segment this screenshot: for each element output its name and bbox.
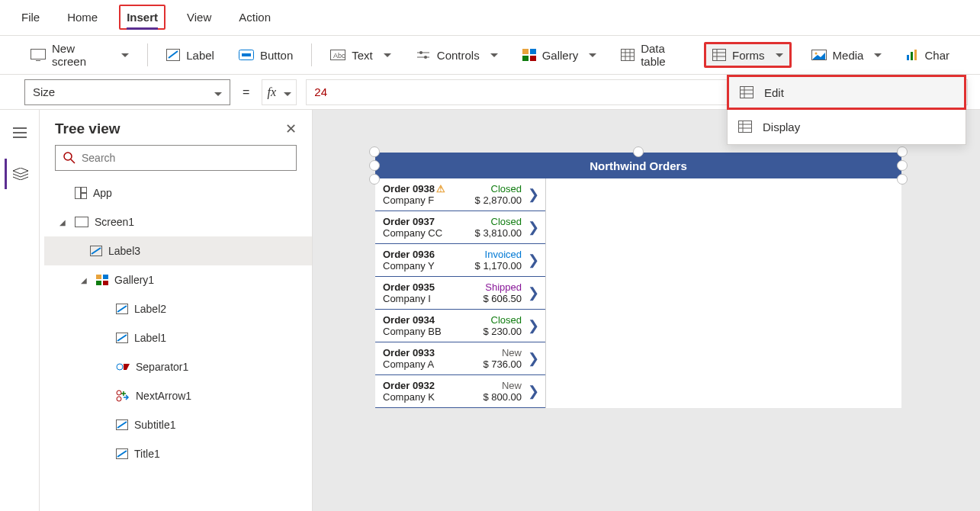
menu-view[interactable]: View — [181, 6, 217, 28]
app-title-bar[interactable]: Northwind Orders — [375, 153, 901, 178]
order-title: Order 0935 — [383, 281, 451, 293]
controls-button[interactable]: Controls — [411, 42, 503, 68]
svg-point-11 — [424, 56, 427, 59]
order-title: Order 0937 — [383, 216, 451, 227]
media-button[interactable]: Media — [807, 42, 887, 68]
svg-rect-21 — [713, 50, 726, 61]
forms-menu-edit[interactable]: Edit — [727, 75, 966, 110]
selection-handle[interactable] — [369, 174, 380, 185]
chevron-right-icon[interactable]: ❯ — [525, 252, 542, 268]
chart-button-label: Char — [924, 49, 949, 62]
menu-action[interactable]: Action — [233, 6, 277, 28]
tree-node-nextarrow1[interactable]: NextArrow1 — [44, 381, 312, 410]
button-button[interactable]: Button — [234, 42, 297, 68]
nextarrow-icon — [116, 390, 130, 402]
forms-menu-edit-label: Edit — [764, 86, 784, 99]
svg-rect-16 — [622, 50, 635, 61]
tree-node-gallery1[interactable]: ◢ Gallery1 — [44, 265, 312, 294]
text-button-label: Text — [352, 49, 373, 62]
separator-icon — [116, 362, 130, 372]
main-area: Tree view ✕ App ◢ Screen1 Label3 — [0, 110, 980, 511]
forms-button[interactable]: Forms — [704, 42, 792, 68]
button-icon — [239, 50, 254, 60]
tree-node-label1[interactable]: Label1 — [44, 323, 312, 352]
tree-node-title1[interactable]: Title1 — [44, 439, 312, 468]
data-table-icon — [621, 49, 635, 61]
canvas[interactable]: Northwind Orders Order 0938⚠ Company F C… — [313, 110, 980, 511]
gallery-button[interactable]: Gallery — [518, 42, 602, 68]
property-dropdown[interactable]: Size — [24, 79, 230, 105]
menu-insert[interactable]: Insert — [119, 5, 165, 30]
new-screen-label: New screen — [52, 42, 111, 68]
selection-handle[interactable] — [897, 174, 908, 185]
search-box[interactable] — [55, 145, 297, 171]
menu-home[interactable]: Home — [61, 6, 104, 28]
hamburger-icon — [13, 127, 27, 138]
gallery-preview[interactable]: Order 0938⚠ Company F Closed $ 2,870.00 … — [375, 178, 546, 408]
svg-point-9 — [419, 51, 423, 54]
order-title: Order 0933 — [383, 347, 451, 358]
order-row[interactable]: Order 0934 Company BB Closed $ 230.00 ❯ — [375, 310, 545, 342]
chevron-right-icon[interactable]: ❯ — [525, 186, 542, 203]
tree-node-label2[interactable]: Label2 — [44, 294, 312, 323]
tree-node-subtitle1[interactable]: Subtitle1 — [44, 410, 312, 439]
svg-line-3 — [169, 51, 178, 58]
order-status: Invoiced — [454, 249, 522, 260]
chevron-right-icon[interactable]: ❯ — [525, 383, 542, 400]
svg-rect-37 — [82, 194, 87, 199]
menu-file[interactable]: File — [15, 6, 46, 28]
data-table-button[interactable]: Data table — [616, 42, 689, 68]
order-row[interactable]: Order 0932 Company K New $ 800.00 ❯ — [375, 375, 545, 408]
text-icon: Abc — [330, 50, 345, 60]
chevron-right-icon[interactable]: ❯ — [525, 350, 542, 367]
fx-button[interactable]: fx — [262, 79, 297, 105]
svg-line-48 — [117, 335, 127, 341]
order-status: New — [454, 347, 522, 358]
close-panel-button[interactable]: ✕ — [285, 121, 297, 137]
app-title: Northwind Orders — [590, 159, 687, 172]
order-row[interactable]: Order 0936 Company Y Invoiced $ 1,170.00… — [375, 244, 545, 277]
chevron-right-icon[interactable]: ❯ — [525, 219, 542, 236]
tree-node-separator1[interactable]: Separator1 — [44, 352, 312, 381]
media-icon — [811, 50, 827, 60]
order-row[interactable]: Order 0933 Company A New $ 736.00 ❯ — [375, 342, 545, 375]
forms-menu-display[interactable]: Display — [728, 109, 966, 144]
svg-point-33 — [64, 153, 72, 160]
chart-button[interactable]: Char — [901, 42, 954, 68]
order-status: New — [454, 380, 522, 391]
order-company: Company K — [383, 391, 451, 403]
selection-handle[interactable] — [633, 146, 644, 157]
order-status: Closed — [454, 216, 522, 227]
tree-node-screen1[interactable]: ◢ Screen1 — [44, 207, 312, 236]
chevron-right-icon[interactable]: ❯ — [525, 317, 542, 334]
label-button[interactable]: Label — [162, 42, 219, 68]
hamburger-button[interactable] — [5, 117, 35, 148]
selection-handle[interactable] — [897, 146, 908, 157]
order-row[interactable]: Order 0937 Company CC Closed $ 3,810.00 … — [375, 211, 545, 244]
tree-node-app[interactable]: App — [44, 178, 312, 207]
tree-view-rail-button[interactable] — [5, 159, 35, 189]
forms-icon — [712, 49, 726, 61]
selection-handle[interactable] — [897, 160, 908, 171]
tree-node-label3[interactable]: Label3 — [44, 236, 312, 265]
order-amount: $ 606.50 — [454, 293, 522, 304]
text-button[interactable]: Abc Text — [326, 42, 396, 68]
order-row[interactable]: Order 0938⚠ Company F Closed $ 2,870.00 … — [375, 178, 545, 211]
data-table-button-label: Data table — [641, 42, 684, 68]
order-status: Closed — [454, 183, 522, 194]
screen-icon — [31, 49, 46, 61]
label-icon — [116, 333, 128, 343]
svg-rect-28 — [911, 52, 913, 60]
selection-handle[interactable] — [369, 146, 380, 157]
svg-rect-43 — [96, 281, 101, 285]
left-rail — [0, 110, 40, 511]
tree-label: Label3 — [108, 245, 140, 257]
selection-handle[interactable] — [369, 160, 380, 171]
tree-label: App — [93, 187, 112, 199]
order-row[interactable]: Order 0935 Company I Shipped $ 606.50 ❯ — [375, 277, 545, 310]
media-button-label: Media — [833, 49, 864, 62]
svg-rect-41 — [96, 275, 101, 279]
search-input[interactable] — [82, 152, 288, 164]
new-screen-button[interactable]: New screen — [26, 42, 133, 68]
chevron-right-icon[interactable]: ❯ — [525, 284, 542, 301]
